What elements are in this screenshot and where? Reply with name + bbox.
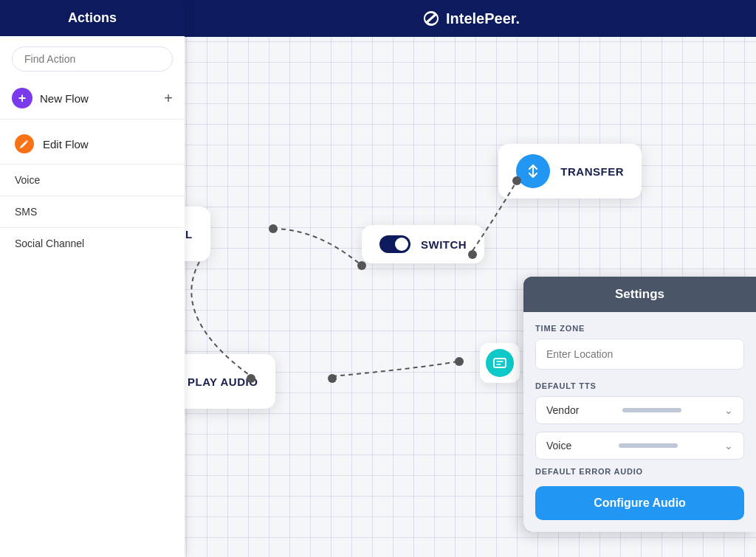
sidebar-title: Actions xyxy=(68,10,117,25)
transfer-node[interactable]: TRANSFER xyxy=(498,144,642,198)
partial-node xyxy=(480,343,520,383)
search-input[interactable] xyxy=(12,46,173,72)
settings-title: Settings xyxy=(523,277,756,312)
switch-toggle[interactable] xyxy=(379,235,410,253)
divider-3 xyxy=(0,227,185,228)
edit-flow-icon xyxy=(15,134,34,153)
timezone-input[interactable] xyxy=(535,339,744,370)
sms-label: SMS xyxy=(15,206,37,218)
vendor-chevron: ⌄ xyxy=(724,404,733,416)
svg-rect-7 xyxy=(494,359,506,367)
new-flow-label: New Flow xyxy=(40,92,157,105)
configure-audio-button[interactable]: Configure Audio xyxy=(535,486,744,520)
new-flow-row: + New Flow + xyxy=(0,82,185,120)
voice-label: Voice xyxy=(15,174,40,186)
transfer-icon xyxy=(516,154,550,188)
sidebar: Actions + New Flow + Edit Flow Voice SMS… xyxy=(0,0,185,557)
logo-text: IntelePeer. xyxy=(446,10,520,27)
sidebar-menu: Edit Flow Voice SMS Social Channel xyxy=(0,120,185,263)
switch-label: SWITCH xyxy=(421,238,467,251)
play-audio-label: PLAY AUDIO xyxy=(188,376,258,388)
vendor-select[interactable]: Vendor ⌄ xyxy=(535,396,744,424)
top-bar: IntelePeer. xyxy=(185,0,756,37)
switch-node[interactable]: SWITCH xyxy=(362,225,484,263)
sidebar-item-edit-flow[interactable]: Edit Flow xyxy=(0,127,185,161)
vendor-label: Vendor xyxy=(546,404,579,416)
default-tts-label: DEFAULT TTS xyxy=(535,381,744,390)
edit-flow-label: Edit Flow xyxy=(43,138,89,151)
sidebar-header: Actions xyxy=(0,0,185,36)
settings-panel: Settings TIME ZONE DEFAULT TTS Vendor ⌄ … xyxy=(523,277,756,532)
sidebar-item-voice[interactable]: Voice xyxy=(0,167,185,193)
partial-node-icon xyxy=(486,349,514,377)
transfer-label: TRANSFER xyxy=(560,165,624,178)
social-channel-label: Social Channel xyxy=(15,238,84,249)
toggle-knob xyxy=(395,238,408,251)
add-flow-button[interactable]: + xyxy=(164,90,173,107)
voice-bar xyxy=(619,443,678,448)
sidebar-item-social-channel[interactable]: Social Channel xyxy=(0,231,185,256)
voice-select[interactable]: Voice ⌄ xyxy=(535,432,744,460)
sidebar-item-sms[interactable]: SMS xyxy=(0,199,185,224)
new-flow-icon: + xyxy=(12,88,32,108)
vendor-bar xyxy=(622,408,681,412)
timezone-label: TIME ZONE xyxy=(535,324,744,333)
default-error-audio-label: DEFAULT ERROR AUDIO xyxy=(535,467,744,476)
settings-body: TIME ZONE DEFAULT TTS Vendor ⌄ Voice ⌄ D… xyxy=(523,312,756,532)
voice-label: Voice xyxy=(546,440,571,452)
voice-chevron: ⌄ xyxy=(724,440,733,452)
divider-2 xyxy=(0,196,185,196)
logo: IntelePeer. xyxy=(421,8,520,29)
divider-1 xyxy=(0,164,185,165)
